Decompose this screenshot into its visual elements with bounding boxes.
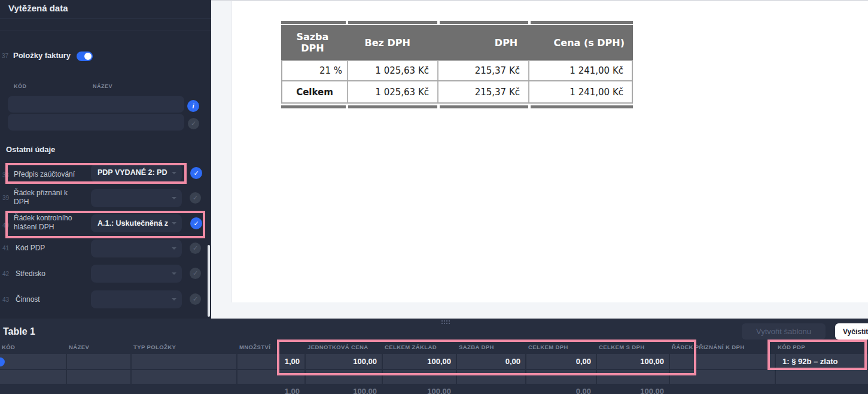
vat-header-dph: DPH [431, 25, 526, 60]
vat-cell: 1 241,00 Kč [529, 61, 632, 80]
grid-select-cell[interactable] [670, 354, 775, 369]
grid-cell[interactable] [237, 370, 304, 384]
vat-cell: 1 025,63 Kč [348, 61, 438, 80]
check-icon[interactable]: ✓ [188, 118, 199, 129]
grid-cell[interactable] [67, 370, 130, 384]
kod-pdp-select[interactable] [91, 240, 182, 257]
vat-cell: 1 025,63 Kč [348, 81, 438, 102]
radek-kontrolniho-value: A.1.: Uskutečněná z [98, 219, 168, 228]
check-icon[interactable]: ✓ [190, 293, 201, 305]
vat-row-21: 21 % 1 025,63 Kč 215,37 Kč 1 241,00 Kč [281, 60, 633, 81]
chevron-down-icon [172, 298, 176, 301]
extracted-data-sidebar: Vytěžená data 37 Položky faktury KÓD NÁZ… [0, 0, 211, 319]
predpis-zauctovani-value: PDP VYDANÉ 2: PD [98, 168, 167, 177]
cinnost-select[interactable] [91, 290, 182, 308]
grid-column-sazba-dph: SAZBA DPH 0,00 [457, 319, 525, 394]
field-number: 38 [2, 172, 9, 178]
grid-column-celkem-zaklad: CELKEM ZÁKLAD 100,00 100,00 [383, 319, 456, 394]
grid-total: 1,00 [237, 387, 304, 394]
radek-priznani-select[interactable] [91, 189, 182, 207]
field-number: 42 [2, 271, 9, 277]
grid-header: MNOŽSTVÍ [239, 344, 270, 350]
grid-cell[interactable] [67, 354, 130, 369]
grid-cell[interactable]: 0,00 [526, 354, 596, 369]
grid-header: KÓD [2, 344, 15, 350]
grid-total: 0,00 [526, 387, 596, 394]
invoice-items-label: Položky faktury [13, 51, 71, 60]
invoice-items-toggle[interactable] [77, 51, 93, 61]
grid-cell[interactable] [0, 370, 66, 384]
vat-table-header-row: Sazba DPH Bez DPH DPH Cena (s DPH) [281, 25, 633, 60]
field-label-cinnost: Činnost [16, 295, 40, 304]
item-row-input-1[interactable] [8, 96, 184, 113]
vat-cell-total-label: Celkem [282, 81, 348, 102]
sidebar-scrollbar-thumb[interactable] [208, 245, 210, 317]
field-label-stredisko: Středisko [16, 269, 45, 278]
vat-cell: 1 241,00 Kč [529, 81, 632, 102]
field-label-kod-pdp: Kód PDP [16, 244, 45, 253]
field-number: 37 [2, 53, 8, 59]
grid-cell[interactable] [306, 370, 382, 384]
grid-cell[interactable]: 0,00 [457, 354, 525, 369]
column-label-nazev: NÁZEV [93, 83, 112, 89]
grid-cell[interactable] [457, 370, 525, 384]
app-root: Sazba DPH Bez DPH DPH Cena (s DPH) 21 % … [0, 0, 868, 394]
grid-cell-kod-pdp[interactable]: 1: § 92b – zlato [776, 354, 868, 369]
grid-column-jednotkova-cena: JEDNOTKOVÁ CENA 100,00 100,00 [306, 319, 382, 394]
grid-column-kod: KÓD [0, 319, 66, 394]
grid-cell[interactable] [597, 370, 669, 384]
grid-cell[interactable]: 100,00 [306, 354, 382, 369]
table-top-border-segments [281, 21, 633, 24]
grid-cell[interactable] [0, 354, 66, 369]
grid-total: 100,00 [383, 387, 456, 394]
chevron-down-icon [172, 172, 176, 174]
confirmed-check-icon[interactable]: ✓ [190, 217, 202, 229]
vat-cell: 215,37 Kč [438, 61, 529, 80]
info-icon[interactable]: i [187, 100, 199, 112]
other-data-section-title: Ostatní údaje [6, 145, 55, 154]
vat-cell: 215,37 Kč [438, 81, 529, 102]
divider [0, 31, 211, 31]
grid-cell[interactable]: 100,00 [383, 354, 456, 369]
grid-header: ŘÁDEK PŘIZNÁNÍ K DPH [672, 344, 744, 350]
sidebar-title: Vytěžená data [8, 3, 68, 13]
grid-cell[interactable] [383, 370, 456, 384]
grid-cell[interactable] [776, 370, 868, 384]
column-label-kod: KÓD [14, 83, 27, 89]
field-label-predpis: Předpis zaúčtování [14, 170, 87, 179]
grid-cell[interactable]: 100,00 [597, 354, 669, 369]
grid-header: TYP POLOŽKY [133, 344, 176, 350]
grid-total: 100,00 [306, 387, 382, 394]
grid-column-mnozstvi: MNOŽSTVÍ 1,00 1,00 [237, 319, 304, 394]
vat-header-bez-dph: Bez DPH [344, 25, 431, 60]
items-table-panel: Table 1 Vytvořit šablonu Vyčistit v KÓD … [0, 319, 868, 394]
grid-header: JEDNOTKOVÁ CENA [307, 344, 368, 350]
grid-header: CELKEM S DPH [599, 344, 645, 350]
field-number: 40 [2, 222, 9, 229]
field-label-radek-priznani: Řádek přiznání k DPH [14, 189, 84, 207]
grid-cell[interactable]: 1,00 [237, 354, 304, 369]
chevron-down-icon [172, 247, 176, 250]
field-number: 39 [2, 195, 9, 201]
items-grid: KÓD NÁZEV TYP POLOŽKY MNOŽSTVÍ 1,00 1,00 [0, 319, 868, 394]
divider [0, 19, 211, 19]
grid-select-cell[interactable] [132, 354, 236, 369]
grid-header: NÁZEV [69, 344, 89, 350]
chevron-down-icon [172, 222, 176, 225]
grid-header: KÓD PDP [778, 344, 805, 350]
vat-header-cena: Cena (s DPH) [526, 25, 633, 60]
chevron-down-icon [172, 272, 176, 275]
grid-column-celkem-dph: CELKEM DPH 0,00 0,00 [526, 319, 596, 394]
grid-column-typ-polozky: TYP POLOŽKY [132, 319, 236, 394]
item-row-input-2[interactable] [8, 114, 184, 131]
confirmed-check-icon[interactable]: ✓ [190, 167, 202, 179]
check-icon[interactable]: ✓ [190, 243, 201, 254]
check-icon[interactable]: ✓ [190, 268, 201, 279]
check-icon[interactable]: ✓ [190, 192, 201, 204]
grid-select-cell[interactable] [132, 370, 236, 384]
grid-select-cell[interactable] [670, 370, 775, 384]
grid-header: SAZBA DPH [459, 344, 494, 350]
vat-row-total: Celkem 1 025,63 Kč 215,37 Kč 1 241,00 Kč [281, 81, 633, 104]
stredisko-select[interactable] [91, 265, 182, 283]
grid-cell[interactable] [526, 370, 596, 384]
